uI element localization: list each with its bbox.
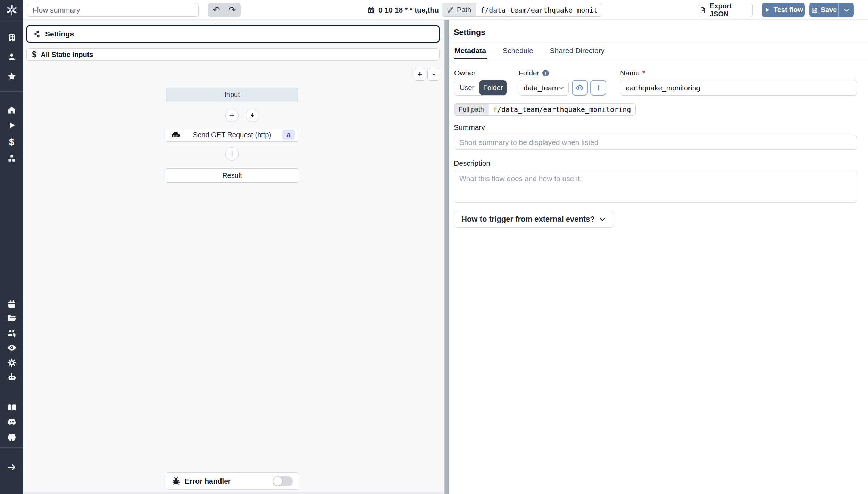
workers-robot-icon[interactable] bbox=[7, 372, 17, 382]
summary-input[interactable] bbox=[454, 135, 857, 150]
chevron-down-icon bbox=[598, 215, 607, 223]
bug-icon bbox=[172, 477, 181, 486]
pencil-icon bbox=[447, 6, 454, 14]
chevron-down-icon bbox=[843, 6, 850, 14]
schedule-cron-text: 0 10 18 * * tue,thu bbox=[378, 6, 439, 14]
discord-icon[interactable] bbox=[7, 417, 17, 427]
settings-tabs: Metadata Schedule Shared Directory bbox=[454, 43, 605, 59]
sidebar-divider bbox=[0, 91, 23, 92]
topbar: ↶ ↷ 0 10 18 * * tue,thu Path f/data_team… bbox=[23, 0, 868, 20]
undo-button[interactable]: ↶ bbox=[208, 3, 224, 16]
sliders-icon bbox=[33, 30, 41, 38]
groups-users-gear-icon[interactable] bbox=[7, 328, 17, 338]
audit-eye-icon[interactable] bbox=[7, 343, 17, 353]
zoom-in-button[interactable]: + bbox=[414, 68, 426, 81]
http-step-node[interactable]: HTTP Send GET Request (http) a bbox=[166, 128, 298, 142]
description-label: Description bbox=[454, 159, 490, 167]
play-icon bbox=[764, 7, 770, 13]
user-icon[interactable] bbox=[7, 52, 17, 62]
sidebar-divider bbox=[0, 447, 23, 448]
folder-select-value: data_team bbox=[524, 84, 558, 92]
tabs-divider bbox=[449, 59, 868, 59]
path-chip-value: f/data_team/earthquake_monit bbox=[476, 3, 602, 16]
expand-arrow-right-icon[interactable] bbox=[7, 462, 17, 472]
owner-toggle-group: User Folder bbox=[454, 80, 507, 96]
folder-select[interactable]: data_team bbox=[519, 80, 569, 96]
file-export-icon bbox=[699, 6, 707, 14]
tab-shared-directory[interactable]: Shared Directory bbox=[549, 43, 606, 59]
flow-settings-card[interactable]: Settings bbox=[26, 25, 440, 43]
windmill-logo-icon[interactable] bbox=[5, 3, 18, 17]
view-folder-eye-button[interactable] bbox=[572, 80, 588, 96]
github-icon[interactable] bbox=[7, 432, 17, 442]
svg-text:HTTP: HTTP bbox=[173, 135, 178, 137]
settings-title: Settings bbox=[454, 28, 485, 37]
workspace-building-icon[interactable] bbox=[7, 33, 17, 43]
dollar-icon: $ bbox=[32, 50, 36, 59]
required-asterisk: * bbox=[642, 69, 645, 77]
docs-book-icon[interactable] bbox=[7, 402, 17, 413]
tab-metadata[interactable]: Metadata bbox=[454, 43, 487, 59]
all-static-inputs-label: All Static Inputs bbox=[41, 51, 93, 59]
save-split-button: Save bbox=[809, 3, 854, 17]
http-step-label: Send GET Request (http) bbox=[193, 131, 271, 139]
export-json-button[interactable]: Export JSON bbox=[699, 3, 753, 17]
path-chip-label: Path bbox=[442, 3, 476, 16]
flow-summary-input[interactable] bbox=[27, 3, 199, 17]
home-icon[interactable] bbox=[7, 105, 17, 115]
error-handler-toggle[interactable] bbox=[273, 476, 293, 486]
summary-label: Summary bbox=[454, 123, 485, 132]
full-path-value: f/data_team/earthquake_monitoring bbox=[489, 104, 635, 115]
full-path-chip: Full path f/data_team/earthquake_monitor… bbox=[454, 103, 636, 116]
error-handler-label: Error handler bbox=[185, 477, 231, 485]
resources-cubes-icon[interactable] bbox=[7, 153, 17, 164]
calendar-icon bbox=[367, 6, 375, 14]
trigger-help-button[interactable]: How to trigger from external events? bbox=[454, 211, 614, 228]
owner-label: Owner bbox=[454, 69, 476, 77]
schedule-cron[interactable]: 0 10 18 * * tue,thu bbox=[367, 0, 439, 20]
settings-gear-icon[interactable] bbox=[7, 357, 17, 368]
favorites-star-icon[interactable] bbox=[7, 71, 17, 82]
add-folder-button[interactable]: + bbox=[590, 80, 606, 96]
result-node[interactable]: Result bbox=[166, 168, 298, 183]
http-cloud-icon: HTTP bbox=[170, 130, 181, 140]
step-id-badge: a bbox=[282, 130, 295, 140]
app-sidebar: $ bbox=[0, 0, 23, 494]
add-step-button[interactable]: + bbox=[225, 147, 239, 160]
schedules-calendar-icon[interactable] bbox=[7, 299, 17, 310]
path-chip[interactable]: Path f/data_team/earthquake_monit bbox=[442, 3, 602, 17]
description-textarea[interactable] bbox=[454, 171, 857, 203]
undo-redo-group: ↶ ↷ bbox=[208, 3, 241, 17]
info-icon[interactable]: i bbox=[542, 70, 549, 76]
sidebar-divider bbox=[0, 20, 23, 20]
input-node[interactable]: Input bbox=[166, 88, 298, 101]
add-step-button[interactable]: + bbox=[225, 109, 239, 122]
save-button[interactable]: Save bbox=[809, 3, 838, 17]
panel-splitter[interactable] bbox=[444, 20, 449, 494]
tab-schedule[interactable]: Schedule bbox=[502, 43, 534, 59]
trigger-bolt-button[interactable] bbox=[246, 109, 259, 122]
save-disk-icon bbox=[811, 7, 818, 14]
flow-settings-card-label: Settings bbox=[45, 30, 74, 38]
full-path-label: Full path bbox=[454, 104, 489, 115]
folders-icon[interactable] bbox=[7, 313, 17, 323]
all-static-inputs-card[interactable]: $ All Static Inputs bbox=[26, 48, 440, 61]
horizontal-scrollbar[interactable] bbox=[23, 492, 444, 494]
owner-user-option[interactable]: User bbox=[454, 80, 479, 95]
toggle-knob bbox=[273, 477, 282, 486]
owner-folder-option[interactable]: Folder bbox=[479, 80, 507, 95]
chevron-down-icon bbox=[558, 84, 565, 91]
flow-canvas-panel: Settings $ All Static Inputs + - Input +… bbox=[23, 20, 444, 494]
settings-panel: Settings Metadata Schedule Shared Direct… bbox=[449, 20, 868, 494]
flow-name-input[interactable] bbox=[620, 80, 857, 96]
redo-button[interactable]: ↷ bbox=[224, 3, 240, 16]
variables-dollar-icon[interactable]: $ bbox=[7, 137, 17, 147]
save-dropdown-button[interactable] bbox=[838, 3, 854, 17]
error-handler-card[interactable]: Error handler bbox=[166, 472, 298, 490]
name-label: Name * bbox=[620, 69, 645, 77]
zoom-out-button[interactable]: - bbox=[427, 68, 440, 81]
test-flow-button[interactable]: Test flow bbox=[762, 3, 805, 17]
runs-play-icon[interactable] bbox=[7, 120, 17, 131]
folder-label: Folder i bbox=[519, 69, 549, 77]
